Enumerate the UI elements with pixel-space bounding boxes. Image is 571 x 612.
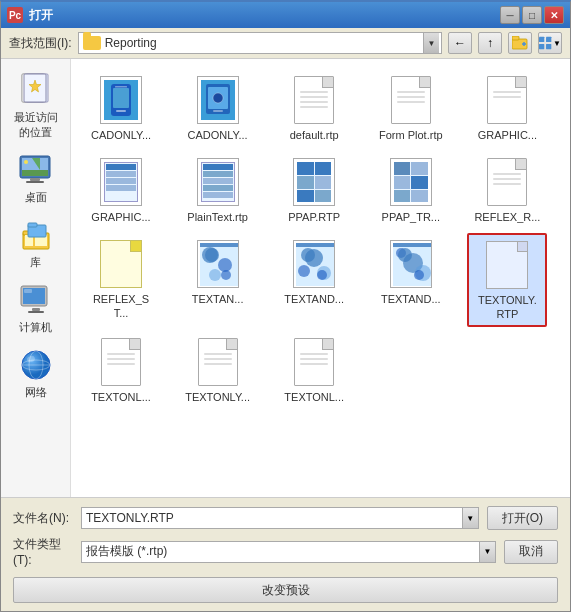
svg-point-17 — [24, 160, 28, 164]
list-item[interactable]: Form Plot.rtp — [371, 69, 451, 147]
file-name: GRAPHIC... — [478, 129, 537, 142]
computer-icon — [18, 282, 54, 318]
file-icon-textan3 — [385, 238, 437, 290]
file-icon-plaintext — [192, 156, 244, 208]
list-item[interactable]: TEXTONL... — [274, 331, 354, 409]
svg-rect-7 — [546, 44, 551, 49]
filetype-dropdown-arrow: ▼ — [479, 542, 495, 562]
list-item[interactable]: REFLEX_R... — [467, 151, 547, 229]
svg-point-56 — [396, 248, 406, 258]
file-name: TEXTONL... — [91, 391, 151, 404]
file-icon-formplot — [385, 74, 437, 126]
main-content: 最近访问的位置 桌面 — [1, 59, 570, 497]
file-icon-textan2 — [288, 238, 340, 290]
svg-point-57 — [415, 265, 431, 281]
list-item[interactable]: PPAP_TR... — [371, 151, 451, 229]
sidebar-item-computer[interactable]: 计算机 — [6, 277, 66, 340]
svg-rect-19 — [26, 181, 44, 183]
svg-rect-39 — [115, 86, 127, 88]
list-item[interactable]: TEXTAND... — [274, 233, 354, 326]
svg-rect-29 — [32, 308, 40, 311]
up-button[interactable]: ↑ — [478, 32, 502, 54]
filename-input[interactable]: TEXTONLY.RTP ▼ — [81, 507, 479, 529]
folder-dropdown[interactable]: Reporting ▼ — [78, 32, 442, 54]
list-item[interactable]: PPAP.RTP — [274, 151, 354, 229]
list-item[interactable]: PlainText.rtp — [178, 151, 258, 229]
filetype-label: 文件类型(T): — [13, 536, 73, 567]
file-name: PPAP_TR... — [382, 211, 440, 224]
file-icon-textonl3 — [288, 336, 340, 388]
sidebar-item-network[interactable]: 网络 — [6, 342, 66, 405]
svg-rect-38 — [116, 110, 126, 112]
list-item[interactable]: CADONLY... — [81, 69, 161, 147]
svg-point-47 — [209, 269, 221, 281]
file-icon-cad1 — [95, 74, 147, 126]
list-item[interactable]: TEXTONL... — [81, 331, 161, 409]
list-item-selected[interactable]: TEXTONLY. RTP — [467, 233, 547, 326]
filetype-row: 文件类型(T): 报告模版 (*.rtp) ▼ 取消 — [13, 536, 558, 567]
file-icon-textan1 — [192, 238, 244, 290]
svg-point-52 — [317, 266, 331, 280]
list-item[interactable]: TEXTAND... — [371, 233, 451, 326]
sidebar-item-recent[interactable]: 最近访问的位置 — [6, 67, 66, 145]
back-button[interactable]: ← — [448, 32, 472, 54]
list-item[interactable]: TEXTONLY... — [178, 331, 258, 409]
svg-point-45 — [202, 247, 218, 263]
close-button[interactable]: ✕ — [544, 6, 564, 24]
bottom-bar: 文件名(N): TEXTONLY.RTP ▼ 打开(O) 文件类型(T): 报告… — [1, 497, 570, 611]
svg-rect-30 — [28, 311, 44, 313]
file-icon-ppap — [288, 156, 340, 208]
file-name: CADONLY... — [91, 129, 151, 142]
window-title: 打开 — [29, 7, 500, 24]
filetype-select[interactable]: 报告模版 (*.rtp) ▼ — [81, 541, 496, 563]
change-preset-button[interactable]: 改变预设 — [13, 577, 558, 603]
svg-rect-58 — [393, 243, 431, 247]
list-item[interactable]: REFLEX_ST... — [81, 233, 161, 326]
sidebar-desktop-label: 桌面 — [25, 190, 47, 205]
svg-rect-48 — [200, 243, 238, 247]
file-name: TEXTAND... — [284, 293, 344, 306]
sidebar-item-desktop[interactable]: 桌面 — [6, 147, 66, 210]
dropdown-arrow-icon: ▼ — [423, 33, 439, 53]
list-item[interactable]: GRAPHIC... — [467, 69, 547, 147]
file-name: TEXTONLY... — [185, 391, 250, 404]
svg-rect-18 — [30, 178, 40, 181]
folder-name: Reporting — [105, 36, 437, 50]
file-icon-textonl2 — [192, 336, 244, 388]
filename-label: 文件名(N): — [13, 510, 73, 527]
list-item[interactable]: default.rtp — [274, 69, 354, 147]
search-scope-label: 查找范围(I): — [9, 35, 72, 52]
filename-dropdown-arrow: ▼ — [462, 508, 478, 528]
library-icon — [18, 217, 54, 253]
views-button[interactable]: ▼ — [538, 32, 562, 54]
list-item[interactable]: GRAPHIC... — [81, 151, 161, 229]
file-icon-graphic1 — [481, 74, 533, 126]
sidebar-library-label: 库 — [30, 255, 41, 270]
list-item[interactable]: CADONLY... — [178, 69, 258, 147]
file-name: TEXTAN... — [192, 293, 244, 306]
list-item[interactable]: TEXTAN... — [178, 233, 258, 326]
svg-point-55 — [403, 253, 423, 273]
svg-rect-28 — [24, 289, 32, 293]
svg-rect-6 — [539, 44, 544, 49]
file-icon-default — [288, 74, 340, 126]
file-name: TEXTONL... — [284, 391, 344, 404]
file-name: Form Plot.rtp — [379, 129, 443, 142]
cancel-button[interactable]: 取消 — [504, 540, 558, 564]
file-name: PlainText.rtp — [187, 211, 248, 224]
file-icon-textonly-selected — [481, 239, 533, 291]
svg-rect-43 — [213, 110, 223, 112]
new-folder-button[interactable] — [508, 32, 532, 54]
recent-icon — [18, 72, 54, 108]
sidebar-computer-label: 计算机 — [19, 320, 52, 335]
minimize-button[interactable]: ─ — [500, 6, 520, 24]
file-name: TEXTONLY. RTP — [473, 294, 541, 320]
maximize-button[interactable]: □ — [522, 6, 542, 24]
sidebar-item-library[interactable]: 库 — [6, 212, 66, 275]
svg-rect-15 — [22, 170, 48, 176]
filetype-value: 报告模版 (*.rtp) — [82, 543, 479, 560]
open-button[interactable]: 打开(O) — [487, 506, 558, 530]
file-icon-graphic2 — [95, 156, 147, 208]
svg-point-50 — [305, 249, 323, 267]
file-icon-reflex-st — [95, 238, 147, 290]
